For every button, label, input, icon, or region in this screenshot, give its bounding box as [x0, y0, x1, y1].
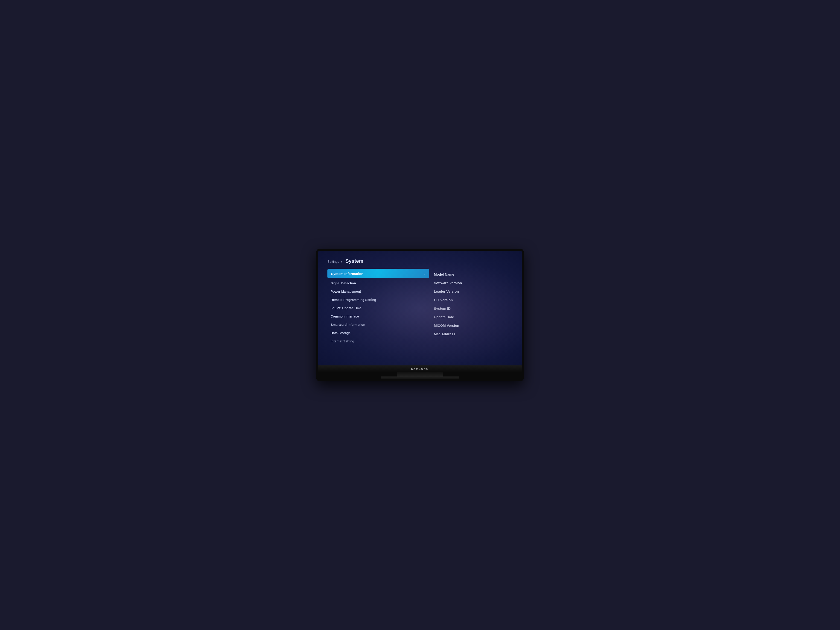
- breadcrumb-settings: Settings: [327, 260, 339, 264]
- left-menu: System Information › Signal Detection Po…: [327, 269, 429, 346]
- stand-neck: [397, 372, 443, 376]
- info-micom-version: MICOM Version: [434, 322, 513, 329]
- menu-item-remote-programming[interactable]: Remote Programming Setting: [327, 296, 429, 304]
- menu-item-ip-epg[interactable]: IP EPG Update Time: [327, 304, 429, 312]
- info-model-name: Model Name: [434, 270, 513, 278]
- menu-item-internet-setting[interactable]: Internet Setting: [327, 337, 429, 345]
- menu-item-label: Signal Detection: [331, 281, 356, 285]
- info-mac-address: Mac Address: [434, 330, 513, 338]
- menu-item-label: Remote Programming Setting: [331, 298, 376, 302]
- tv-stand: [318, 372, 522, 379]
- menu-item-label: Power Management: [331, 290, 361, 294]
- menu-item-label: Smartcard Information: [331, 323, 365, 327]
- tv-screen: Settings › System System Information › S…: [318, 251, 522, 365]
- menu-item-system-information[interactable]: System Information ›: [327, 269, 429, 278]
- breadcrumb: Settings › System: [327, 258, 513, 264]
- stand-base: [381, 376, 459, 379]
- info-update-date: Update Date: [434, 313, 513, 321]
- menu-item-data-storage[interactable]: Data Storage: [327, 329, 429, 337]
- menu-item-label: System Information: [331, 272, 363, 276]
- tv-container: Settings › System System Information › S…: [316, 249, 524, 381]
- menu-item-label: Common Interface: [331, 314, 359, 318]
- menu-item-label: IP EPG Update Time: [331, 306, 362, 310]
- menu-item-signal-detection[interactable]: Signal Detection: [327, 279, 429, 287]
- right-panel: Model Name Software Version Loader Versi…: [429, 269, 513, 346]
- menu-item-common-interface[interactable]: Common Interface: [327, 313, 429, 320]
- info-software-version: Software Version: [434, 279, 513, 287]
- page-title: System: [346, 258, 363, 264]
- menu-item-label: Data Storage: [331, 331, 351, 335]
- info-loader-version: Loader Version: [434, 287, 513, 295]
- tv-bottom-bar: SAMSUNG: [318, 365, 522, 372]
- menu-item-smartcard[interactable]: Smartcard Information: [327, 321, 429, 328]
- menu-item-power-management[interactable]: Power Management: [327, 287, 429, 295]
- info-system-id: System ID: [434, 305, 513, 312]
- menu-item-label: Internet Setting: [331, 339, 354, 343]
- arrow-icon: ›: [425, 272, 426, 276]
- samsung-logo: SAMSUNG: [411, 368, 429, 370]
- info-ci-version: CI+ Version: [434, 296, 513, 304]
- breadcrumb-separator: ›: [341, 259, 342, 264]
- content-area: System Information › Signal Detection Po…: [327, 269, 513, 346]
